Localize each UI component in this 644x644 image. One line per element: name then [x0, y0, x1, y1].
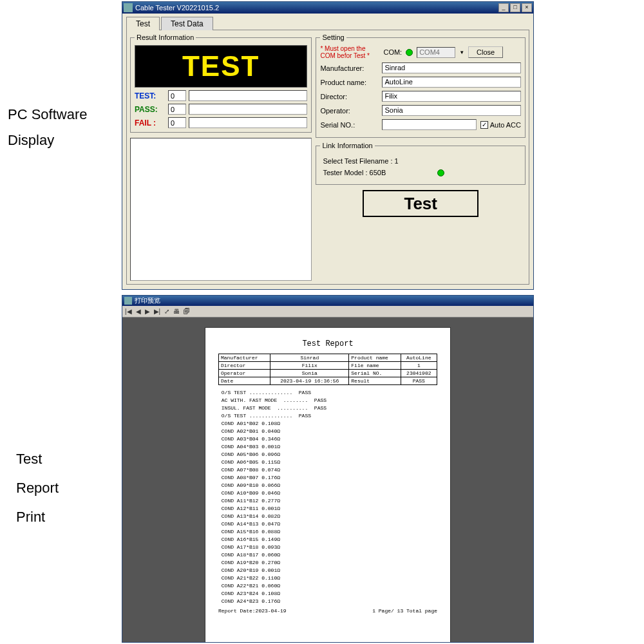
report-line: COND A06*B05 0.115Ω — [218, 459, 437, 466]
stat-test-value: 0 — [168, 90, 186, 101]
cell: Director — [219, 362, 270, 370]
print-preview-window: 打印预览 |◀ ◀ ▶ ▶| ⤢ 🖶 🗐 Test Report Manufac… — [122, 295, 534, 643]
report-line: COND A15*B16 0.088Ω — [218, 528, 437, 536]
report-line: O/S TEST .............. PASS — [218, 412, 437, 420]
cell: Filix — [270, 362, 349, 370]
stat-pass-label: PASS: — [135, 105, 166, 114]
preview-app-icon — [124, 297, 132, 305]
close-button[interactable]: × — [522, 3, 532, 12]
link-led-icon — [437, 169, 444, 176]
stat-pass-value: 0 — [168, 104, 186, 115]
report-line: COND A24*B23 0.176Ω — [218, 598, 437, 605]
report-line: COND A22*B21 0.060Ω — [218, 582, 437, 590]
caption-print: Print — [16, 509, 45, 526]
preview-titlebar[interactable]: 打印预览 — [122, 296, 533, 306]
cell: File name — [349, 362, 401, 370]
stat-pass-bar — [189, 104, 307, 115]
result-legend: Result Information — [135, 33, 196, 41]
maximize-button[interactable]: □ — [510, 3, 520, 12]
auto-acc-checkbox[interactable]: ✓ Auto ACC — [480, 121, 521, 129]
link-filename: Select Test Filename : 1 — [323, 157, 518, 165]
cell: 2023-04-19 16:36:56 — [270, 377, 349, 385]
stat-test-bar — [189, 90, 307, 101]
report-line: COND A01*B02 0.108Ω — [218, 420, 437, 428]
com-label: COM: — [383, 48, 402, 56]
stat-fail-label: FAIL : — [135, 118, 166, 128]
report-footer-page: 1 Page/ 13 Total page — [372, 608, 437, 614]
caption-test: Test — [16, 451, 42, 468]
app-window: Cable Tester V20221015.2 _ □ × Test Test… — [122, 1, 534, 290]
toolbar-first-icon[interactable]: |◀ — [125, 308, 132, 315]
report-line: COND A13*B14 0.082Ω — [218, 513, 437, 520]
test-display: TEST — [135, 45, 307, 88]
cell: Operator — [219, 370, 270, 377]
report-lines: O/S TEST .............. PASS AC WITH. FA… — [218, 389, 437, 605]
test-button[interactable]: Test — [363, 190, 478, 217]
result-fieldset: Result Information TEST TEST: 0 PASS: 0 … — [130, 33, 312, 133]
report-line: O/S TEST .............. PASS — [218, 389, 437, 397]
report-line: COND A07*B08 0.074Ω — [218, 466, 437, 474]
report-line: AC WITH. FAST MODE ........ PASS — [218, 397, 437, 404]
report-line: COND A04*B03 0.001Ω — [218, 443, 437, 451]
cell: AutoLine — [401, 354, 437, 362]
report-line: COND A12*B11 0.001Ω — [218, 505, 437, 513]
cell: Serial NO. — [349, 370, 401, 377]
report-line: COND A17*B18 0.093Ω — [218, 544, 437, 551]
operator-label: Operator: — [320, 107, 378, 115]
cell: Sinrad — [270, 354, 349, 362]
report-line: COND A10*B09 0.046Ω — [218, 489, 437, 497]
report-line: COND A20*B19 0.001Ω — [218, 567, 437, 574]
serial-label: Serial NO.: — [320, 121, 378, 129]
cell: 23041902 — [401, 370, 437, 377]
toolbar-prev-icon[interactable]: ◀ — [136, 308, 141, 315]
report-page: Test Report Manufacturer Sinrad Product … — [205, 328, 450, 642]
report-footer-date: Report Date:2023-04-19 — [218, 608, 287, 614]
setting-legend: Setting — [320, 33, 346, 41]
tab-test[interactable]: Test — [126, 17, 160, 30]
toolbar-next-icon[interactable]: ▶ — [145, 308, 150, 315]
serial-input[interactable] — [382, 119, 476, 130]
tab-testdata[interactable]: Test Data — [161, 17, 213, 30]
manufacturer-label: Manufacturer: — [320, 64, 378, 72]
log-textarea[interactable] — [130, 138, 312, 281]
toolbar-zoom-icon[interactable]: ⤢ — [164, 308, 169, 315]
product-name-label: Product name: — [320, 79, 378, 86]
toolbar-print-icon[interactable]: 🖶 — [173, 308, 180, 315]
minimize-button[interactable]: _ — [498, 3, 509, 12]
toolbar-page-icon[interactable]: 🗐 — [184, 308, 190, 315]
report-header-table: Manufacturer Sinrad Product name AutoLin… — [218, 354, 437, 385]
report-line: COND A05*B06 0.096Ω — [218, 451, 437, 459]
cell: Manufacturer — [219, 354, 270, 362]
setting-fieldset: Setting * Must open the COM befor Test *… — [316, 33, 526, 138]
operator-input[interactable]: Sonia — [382, 105, 521, 116]
cell: PASS — [401, 377, 437, 385]
caption-pc-software: PC Software — [8, 106, 88, 123]
app-icon — [124, 3, 133, 12]
caption-report: Report — [16, 480, 59, 497]
dropdown-arrow-icon[interactable]: ▼ — [459, 50, 464, 55]
preview-area[interactable]: Test Report Manufacturer Sinrad Product … — [122, 317, 533, 642]
report-line: COND A18*B17 0.060Ω — [218, 551, 437, 559]
report-line: COND A08*B07 0.176Ω — [218, 474, 437, 482]
link-fieldset: Link Information Select Test Filename : … — [316, 142, 526, 185]
titlebar[interactable]: Cable Tester V20221015.2 _ □ × — [122, 2, 533, 14]
auto-acc-label: Auto ACC — [490, 121, 521, 129]
preview-toolbar: |◀ ◀ ▶ ▶| ⤢ 🖶 🗐 — [122, 306, 533, 317]
manufacturer-input[interactable]: Sinrad — [382, 62, 521, 73]
report-line: COND A03*B04 0.346Ω — [218, 435, 437, 443]
close-com-button[interactable]: Close — [468, 46, 503, 58]
report-line: COND A19*B20 0.270Ω — [218, 559, 437, 567]
cell: Product name — [349, 354, 401, 362]
toolbar-last-icon[interactable]: ▶| — [154, 308, 161, 315]
com-select[interactable]: COM4 — [417, 47, 455, 58]
report-line: COND A23*B24 0.108Ω — [218, 590, 437, 598]
product-name-input[interactable]: AutoLine — [382, 77, 521, 88]
preview-title: 打印预览 — [135, 296, 160, 305]
stat-fail-value: 0 — [168, 117, 186, 128]
director-input[interactable]: Filix — [382, 91, 521, 102]
stat-fail-bar — [189, 117, 307, 128]
cell: Result — [349, 377, 401, 385]
com-led-icon — [406, 49, 413, 56]
report-title: Test Report — [218, 339, 437, 348]
com-warning: * Must open the COM befor Test * — [320, 45, 379, 59]
